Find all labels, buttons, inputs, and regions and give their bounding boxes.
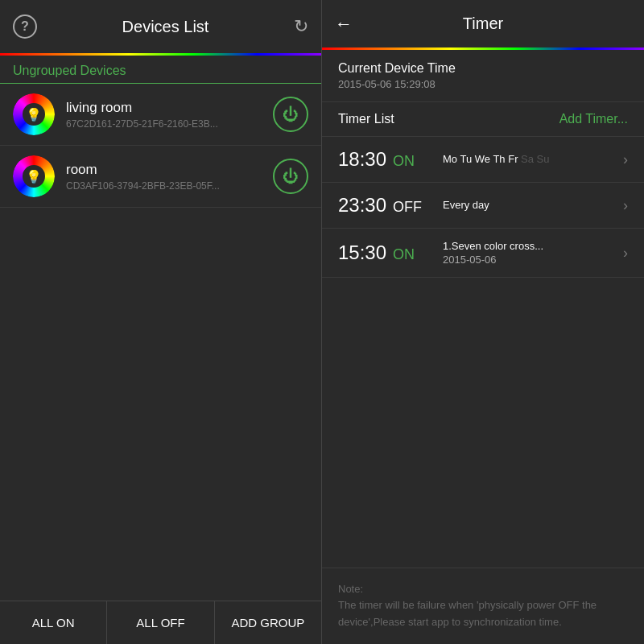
list-item[interactable]: 15:30 ON 1.Seven color cross... 2015-05-… — [322, 229, 644, 278]
timer-items: 18:30 ON Mo Tu We Th Fr Sa Su › 23:30 OF… — [322, 137, 644, 568]
day-mo: Mo — [443, 153, 460, 165]
power-icon: ⏻ — [283, 106, 299, 122]
power-button[interactable]: ⏻ — [273, 97, 308, 132]
day-we: We — [475, 153, 493, 165]
timer-list-label: Timer List — [338, 112, 394, 126]
add-group-button[interactable]: ADD GROUP — [214, 601, 321, 644]
chevron-right-icon: › — [623, 245, 628, 262]
device-info: living room 67C2D161-27D5-21F6-2160-E3B.… — [66, 100, 273, 130]
bulb-symbol: 💡 — [26, 169, 42, 184]
power-button[interactable]: ⏻ — [273, 159, 308, 194]
timer-time-action: 18:30 ON — [338, 148, 443, 171]
left-panel: ? Devices List ↻ Ungrouped Devices 💡 liv… — [0, 0, 322, 644]
timer-sub: 2015-05-06 — [443, 254, 617, 266]
device-list: 💡 living room 67C2D161-27D5-21F6-2160-E3… — [0, 84, 321, 601]
current-device-label: Current Device Time — [338, 61, 628, 76]
note-section: Note:The timer will be failure when 'phy… — [322, 568, 644, 644]
bulb-ring: 💡 — [13, 155, 55, 197]
list-item[interactable]: 💡 room CD3AF106-3794-2BFB-23EB-05F... ⏻ — [0, 146, 321, 208]
timer-color-label: 1.Seven color cross... — [443, 240, 543, 252]
device-name: room — [66, 162, 273, 178]
left-header: ? Devices List ↻ — [0, 0, 321, 53]
timer-days: 1.Seven color cross... — [443, 240, 617, 252]
device-name: living room — [66, 100, 273, 116]
add-timer-button[interactable]: Add Timer... — [559, 112, 628, 126]
timer-action: ON — [393, 246, 415, 263]
device-id: CD3AF106-3794-2BFB-23EB-05F... — [66, 180, 273, 192]
day-th: Th — [493, 153, 508, 165]
device-icon: 💡 — [13, 155, 55, 197]
timer-time-action: 23:30 OFF — [338, 194, 443, 217]
current-device-time: 2015-05-06 15:29:08 — [338, 78, 628, 90]
ungrouped-label: Ungrouped Devices — [0, 56, 321, 84]
day-fr: Fr — [508, 153, 521, 165]
bulb-inner: 💡 — [23, 165, 45, 188]
timer-time: 23:30 — [338, 194, 386, 217]
refresh-icon[interactable]: ↻ — [294, 16, 308, 37]
device-info: room CD3AF106-3794-2BFB-23EB-05F... — [66, 162, 273, 192]
bulb-symbol: 💡 — [26, 107, 42, 122]
list-item[interactable]: 23:30 OFF Every day › — [322, 183, 644, 229]
timer-details: 1.Seven color cross... 2015-05-06 — [443, 240, 617, 266]
timer-list-header: Timer List Add Timer... — [322, 102, 644, 137]
timer-details: Mo Tu We Th Fr Sa Su — [443, 153, 617, 167]
note-text: Note:The timer will be failure when 'phy… — [338, 581, 628, 631]
back-button[interactable]: ← — [335, 14, 353, 35]
timer-days: Every day — [443, 199, 617, 211]
power-icon: ⏻ — [283, 168, 299, 184]
bulb-inner: 💡 — [23, 103, 45, 126]
current-device-section: Current Device Time 2015-05-06 15:29:08 — [322, 50, 644, 102]
day-sa: Sa — [521, 153, 537, 165]
right-header: ← Timer — [322, 0, 644, 47]
right-panel: ← Timer Current Device Time 2015-05-06 1… — [322, 0, 644, 644]
timer-time: 18:30 — [338, 148, 386, 171]
device-id: 67C2D161-27D5-21F6-2160-E3B... — [66, 118, 273, 130]
timer-days: Mo Tu We Th Fr Sa Su — [443, 153, 617, 165]
timer-details: Every day — [443, 199, 617, 213]
device-icon: 💡 — [13, 93, 55, 135]
every-day-label: Every day — [443, 199, 489, 211]
chevron-right-icon: › — [623, 197, 628, 214]
day-tu: Tu — [460, 153, 474, 165]
list-item[interactable]: 18:30 ON Mo Tu We Th Fr Sa Su › — [322, 137, 644, 183]
list-item[interactable]: 💡 living room 67C2D161-27D5-21F6-2160-E3… — [0, 84, 321, 146]
help-icon[interactable]: ? — [13, 14, 37, 39]
chevron-right-icon: › — [623, 151, 628, 168]
day-su: Su — [537, 153, 550, 165]
all-on-button[interactable]: ALL ON — [0, 601, 106, 644]
timer-time: 15:30 — [338, 242, 386, 264]
bulb-ring: 💡 — [13, 93, 55, 135]
left-footer: ALL ON ALL OFF ADD GROUP — [0, 601, 321, 644]
timer-time-action: 15:30 ON — [338, 242, 443, 264]
timer-action: OFF — [393, 199, 422, 216]
timer-title: Timer — [463, 14, 503, 33]
devices-list-title: Devices List — [122, 18, 209, 36]
all-off-button[interactable]: ALL OFF — [106, 601, 213, 644]
timer-action: ON — [393, 153, 415, 170]
